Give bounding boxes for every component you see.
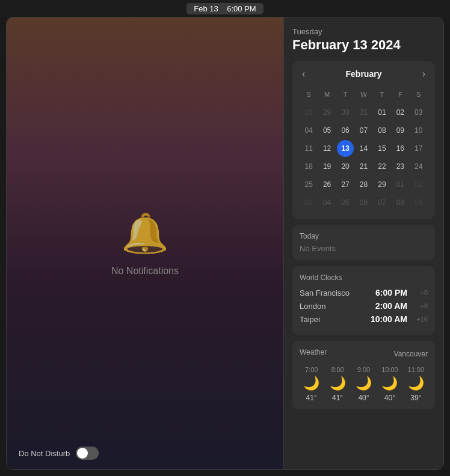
cal-cell[interactable]: 30 [337, 104, 354, 121]
weather-header: Weather Vancouver [300, 348, 428, 360]
cal-cell[interactable]: 07 [374, 194, 390, 211]
cal-header-sat: S [410, 86, 427, 103]
world-clocks-section: World Clocks San Francisco 6:00 PM +0 Lo… [292, 266, 435, 335]
cal-cell[interactable]: 14 [355, 140, 372, 157]
cal-cell[interactable]: 16 [392, 140, 408, 157]
cal-cell[interactable]: 27 [337, 176, 354, 193]
cal-row-4: 18 19 20 21 22 23 24 [300, 157, 428, 175]
cal-cell[interactable]: 11 [300, 140, 317, 157]
cal-cell[interactable]: 20 [337, 158, 354, 175]
cal-header-fri: F [392, 86, 408, 103]
cal-cell[interactable]: 10 [410, 122, 427, 139]
dnd-toggle-knob [77, 448, 88, 459]
cal-header-thu: T [374, 86, 390, 103]
cal-row-2: 04 05 06 07 08 09 10 [300, 121, 428, 139]
cal-cell[interactable]: 28 [300, 104, 317, 121]
weather-time: 9:00 [357, 366, 370, 373]
weather-col-2: 8:00 🌙 41° [325, 366, 349, 402]
clock-time-taipei: 10:00 AM [371, 314, 407, 324]
cal-cell[interactable]: 01 [392, 176, 408, 193]
cal-cell[interactable]: 29 [374, 176, 390, 193]
clock-offset-sf: +0 [411, 289, 428, 296]
weather-location: Vancouver [394, 350, 428, 358]
cal-cell[interactable]: 05 [319, 122, 336, 139]
calendar-month-label: February [346, 69, 382, 79]
cal-cell[interactable]: 15 [374, 140, 390, 157]
cal-cell[interactable]: 08 [374, 122, 390, 139]
cal-cell[interactable]: 23 [392, 158, 408, 175]
cal-header-wed: W [355, 86, 372, 103]
weather-temp: 41° [332, 394, 343, 402]
weather-col-4: 10:00 🌙 40° [378, 366, 401, 402]
cal-cell[interactable]: 25 [300, 176, 317, 193]
cal-cell[interactable]: 18 [300, 158, 317, 175]
cal-cell[interactable]: 19 [319, 158, 336, 175]
clock-time-sf: 6:00 PM [375, 288, 407, 298]
clock-offset-taipei: +16 [411, 316, 428, 323]
cal-cell[interactable]: 06 [355, 194, 372, 211]
weather-time: 8:00 [331, 366, 344, 373]
cal-header-tue: T [337, 86, 354, 103]
cal-row-3: 11 12 13 14 15 16 17 [300, 139, 428, 157]
cal-cell[interactable]: 24 [410, 158, 427, 175]
clocks-title: World Clocks [300, 273, 428, 282]
cal-prev-button[interactable]: ‹ [300, 69, 307, 79]
cal-next-button[interactable]: › [420, 69, 428, 79]
menu-date: Feb 13 [194, 4, 218, 13]
notifications-panel: 🔔 No Notifications Do Not Disturb [7, 17, 283, 469]
cal-cell[interactable]: 08 [392, 194, 408, 211]
weather-temp: 40° [358, 394, 369, 402]
cal-cell[interactable]: 06 [337, 122, 354, 139]
calendar-day-headers: S M T W T F S [300, 85, 428, 103]
cal-cell[interactable]: 04 [300, 122, 317, 139]
clock-city-london: London [300, 302, 375, 311]
dnd-bar: Do Not Disturb [19, 447, 99, 460]
weather-icon-moon: 🌙 [356, 376, 372, 391]
cal-header-sun: S [300, 86, 317, 103]
day-name: Tuesday [292, 27, 435, 36]
cal-cell[interactable]: 26 [319, 176, 336, 193]
main-container: 🔔 No Notifications Do Not Disturb Tuesda… [6, 17, 444, 470]
clock-city-sf: San Francisco [300, 288, 375, 298]
cal-cell[interactable]: 17 [410, 140, 427, 157]
cal-cell[interactable]: 05 [337, 194, 354, 211]
cal-cell[interactable]: 12 [319, 140, 336, 157]
cal-cell[interactable]: 09 [410, 194, 427, 211]
date-full: February 13 2024 [292, 37, 435, 53]
cal-header-mon: M [319, 86, 336, 103]
clock-row-sf: San Francisco 6:00 PM +0 [300, 288, 428, 298]
weather-icon-moon: 🌙 [330, 376, 346, 391]
weather-col-3: 9:00 🌙 40° [352, 366, 375, 402]
cal-cell[interactable]: 29 [319, 104, 336, 121]
cal-cell[interactable]: 28 [355, 176, 372, 193]
weather-temp: 39° [410, 394, 421, 402]
cal-cell[interactable]: 04 [319, 194, 336, 211]
weather-icon-moon: 🌙 [408, 376, 424, 391]
cal-cell[interactable]: 09 [392, 122, 408, 139]
cal-cell[interactable]: 01 [374, 104, 390, 121]
cal-cell[interactable]: 03 [410, 104, 427, 121]
weather-title: Weather [300, 348, 327, 356]
weather-temp: 40° [384, 394, 395, 402]
cal-cell[interactable]: 07 [355, 122, 372, 139]
cal-cell[interactable]: 02 [392, 104, 408, 121]
weather-icon-moon: 🌙 [381, 376, 398, 391]
menu-bar: Feb 13 6:00 PM [0, 0, 450, 17]
date-header: Tuesday February 13 2024 [292, 27, 435, 53]
weather-col-5: 11:00 🌙 39° [404, 366, 428, 402]
cal-cell[interactable]: 02 [410, 176, 427, 193]
clock-offset-london: +8 [411, 302, 428, 310]
cal-cell-today[interactable]: 13 [337, 140, 354, 157]
clock-time-london: 2:00 AM [375, 301, 407, 311]
right-panel: Tuesday February 13 2024 ‹ February › S … [283, 17, 443, 469]
weather-grid: 7:00 🌙 41° 8:00 🌙 41° 9:00 🌙 40° 10:00 🌙 [300, 366, 428, 402]
cal-row-5: 25 26 27 28 29 01 02 [300, 175, 428, 194]
dnd-toggle[interactable] [76, 447, 99, 460]
no-events-label: No Events [300, 244, 428, 253]
cal-cell[interactable]: 31 [355, 104, 372, 121]
menu-bar-datetime: Feb 13 6:00 PM [186, 3, 263, 14]
calendar-grid: S M T W T F S 28 29 30 31 01 02 03 [300, 85, 428, 212]
cal-cell[interactable]: 21 [355, 158, 372, 175]
cal-cell[interactable]: 22 [374, 158, 390, 175]
cal-cell[interactable]: 03 [300, 194, 317, 211]
